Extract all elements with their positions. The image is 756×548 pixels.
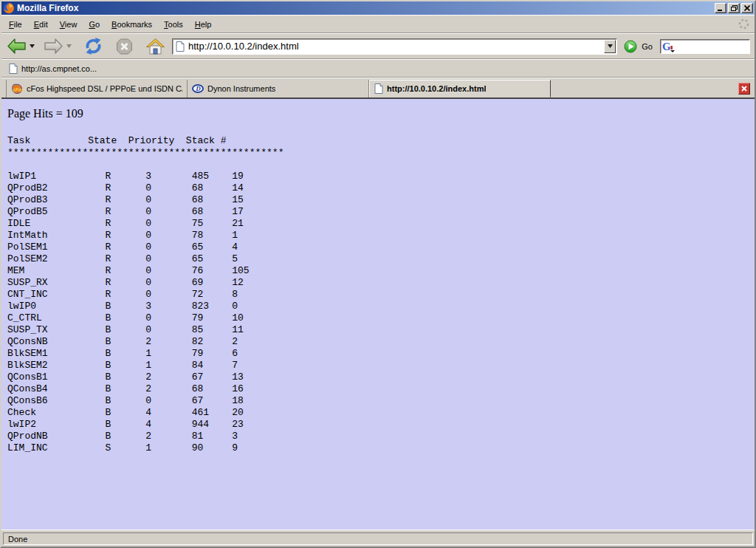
status-text: Done: [8, 535, 27, 544]
google-search-icon: G: [662, 41, 675, 52]
forward-button[interactable]: [41, 36, 66, 56]
url-dropdown[interactable]: [604, 40, 616, 53]
url-input[interactable]: [188, 41, 600, 52]
reload-icon: [83, 37, 103, 55]
page-icon: [176, 41, 185, 52]
close-icon: [744, 5, 750, 11]
close-button[interactable]: [741, 3, 753, 13]
go-label[interactable]: Go: [642, 42, 653, 51]
menu-help[interactable]: Help: [189, 17, 218, 32]
chevron-down-icon: [608, 44, 613, 48]
task-table: Task State Priority Stack # ************…: [7, 135, 749, 454]
title-bar: Mozilla Firefox: [1, 1, 755, 15]
back-dropdown[interactable]: [29, 44, 37, 48]
reload-button[interactable]: [81, 35, 106, 57]
status-bar: Done: [1, 530, 755, 547]
bookmark-label: http://as.cmpnet.co...: [21, 64, 97, 73]
go-group: Go: [623, 39, 653, 54]
forward-icon: [44, 38, 63, 55]
menu-go[interactable]: Go: [83, 17, 106, 32]
tabs: cFoscFos Highspeed DSL / PPPoE und ISDN …: [6, 80, 551, 97]
tab-bar: cFoscFos Highspeed DSL / PPPoE und ISDN …: [1, 78, 755, 99]
menu-bookmarks[interactable]: Bookmarks: [106, 17, 158, 32]
page-icon: [374, 83, 383, 94]
stop-button[interactable]: [113, 36, 136, 57]
svg-text:cFos: cFos: [13, 87, 24, 92]
home-button[interactable]: [143, 36, 168, 57]
svg-text:G: G: [662, 41, 671, 52]
page-content: Page Hits = 109 Task State Priority Stac…: [1, 99, 755, 530]
browser-window: Mozilla Firefox FileEditViewGoBookmarksT…: [0, 0, 756, 548]
chevron-down-icon: [66, 44, 72, 48]
minimize-button[interactable]: [715, 3, 726, 13]
search-box: G: [660, 39, 750, 54]
forward-dropdown[interactable]: [66, 44, 74, 48]
menu-bar: FileEditViewGoBookmarksToolsHelp: [1, 15, 755, 33]
tab-label: http://10.0.10.2/index.html: [387, 84, 486, 93]
go-button[interactable]: [623, 39, 638, 54]
restore-button[interactable]: [728, 3, 740, 13]
menu-view[interactable]: View: [54, 17, 83, 32]
stop-icon: [115, 38, 134, 55]
page-icon: [9, 64, 18, 74]
close-tab-button[interactable]: [738, 83, 750, 95]
svg-text:D: D: [195, 85, 201, 92]
cfos-icon: cFos: [11, 83, 23, 95]
menu-file[interactable]: File: [3, 17, 28, 32]
page-hits-text: Page Hits = 109: [7, 107, 749, 120]
tab-1[interactable]: cFoscFos Highspeed DSL / PPPoE und ISDN …: [6, 80, 188, 97]
throbber-icon: [738, 18, 750, 30]
back-icon: [7, 38, 27, 55]
status-panel: Done: [3, 532, 753, 545]
menu-items: FileEditViewGoBookmarksToolsHelp: [3, 17, 217, 32]
tab-label: cFos Highspeed DSL / PPPoE und ISDN CAP.…: [27, 84, 182, 93]
home-icon: [145, 38, 165, 55]
search-input[interactable]: [676, 41, 748, 52]
bookmarks-list: http://as.cmpnet.co...: [4, 61, 101, 76]
window-title: Mozilla Firefox: [17, 2, 712, 14]
tab-label: Dynon Instruments: [207, 84, 275, 93]
close-icon: [740, 84, 749, 93]
tab-2[interactable]: DDynon Instruments: [188, 80, 369, 97]
navigation-toolbar: Go G: [1, 33, 755, 59]
chevron-down-icon: [30, 44, 35, 48]
dynon-icon: D: [192, 83, 204, 94]
minimize-icon: [718, 6, 724, 11]
tabbar-spacer: [551, 80, 738, 97]
back-button[interactable]: [4, 36, 29, 56]
menu-edit[interactable]: Edit: [28, 17, 54, 32]
go-icon: [624, 40, 637, 53]
restore-icon: [731, 5, 738, 11]
tab-3[interactable]: http://10.0.10.2/index.html: [369, 80, 551, 97]
firefox-icon: [3, 2, 15, 14]
url-bar: [172, 38, 617, 55]
window-controls: [715, 3, 753, 13]
menu-tools[interactable]: Tools: [158, 17, 189, 32]
bookmarks-toolbar: http://as.cmpnet.co...: [1, 59, 755, 78]
bookmark-item[interactable]: http://as.cmpnet.co...: [4, 61, 101, 76]
